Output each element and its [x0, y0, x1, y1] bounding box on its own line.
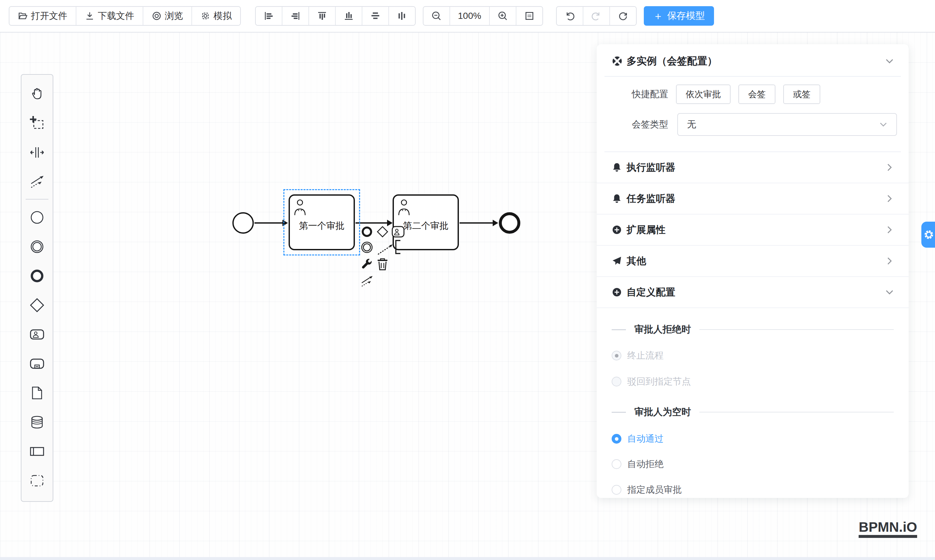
settings-tab[interactable] [921, 222, 935, 248]
align-bottom-button[interactable] [336, 7, 362, 25]
space-tool[interactable] [22, 138, 52, 167]
align-top-button[interactable] [309, 7, 336, 25]
intermediate-event-tool[interactable] [22, 232, 52, 261]
start-event-shape[interactable] [232, 212, 254, 234]
group-tool[interactable] [22, 466, 52, 495]
chevron-right-icon [885, 226, 894, 234]
section-task-listener[interactable]: 任务监听器 [597, 183, 909, 214]
connect-button[interactable] [360, 274, 374, 288]
context-pad [360, 225, 409, 294]
folder-open-icon [18, 11, 28, 21]
change-type-button[interactable] [360, 257, 374, 271]
panel-header[interactable]: 多实例（会签配置） [597, 52, 909, 70]
zoom-level: 100% [450, 7, 490, 25]
gateway-icon [29, 297, 45, 313]
align-center-vertical-button[interactable] [389, 7, 415, 25]
multi-instance-icon [612, 55, 623, 67]
eye-icon [152, 11, 161, 21]
section-custom-config[interactable]: 自定义配置 [597, 277, 909, 308]
append-gateway-button[interactable] [376, 225, 389, 238]
hand-tool-icon [29, 86, 45, 102]
align-center-vertical-icon [397, 11, 407, 21]
hand-tool[interactable] [22, 79, 52, 109]
chevron-down-icon[interactable] [885, 57, 894, 65]
section-extended-properties[interactable]: 扩展属性 [597, 214, 909, 246]
radio-icon [612, 351, 621, 360]
countersign-button[interactable]: 会签 [738, 85, 775, 104]
lasso-tool-icon [29, 115, 45, 131]
data-object-tool[interactable] [22, 378, 52, 408]
preview-button[interactable]: 浏览 [143, 7, 192, 25]
simulate-button[interactable]: 模拟 [192, 7, 240, 25]
download-file-label: 下载文件 [98, 10, 134, 22]
zoom-in-button[interactable] [490, 7, 517, 25]
download-file-button[interactable]: 下载文件 [76, 7, 143, 25]
text-annotation-icon [376, 239, 407, 256]
save-model-button[interactable]: ＋ 保存模型 [644, 6, 714, 26]
plus-circle-icon [612, 287, 622, 297]
sign-type-value: 无 [687, 118, 696, 131]
align-left-button[interactable] [256, 7, 282, 25]
subprocess-tool[interactable] [22, 349, 52, 378]
sequence-flow-1[interactable] [254, 222, 282, 224]
radio-icon [612, 485, 621, 495]
end-event-tool[interactable] [22, 261, 52, 291]
append-text-annotation-button[interactable] [376, 239, 407, 256]
plus-circle-icon [612, 225, 622, 235]
append-intermediate-event-button[interactable] [360, 240, 374, 254]
bpmn-io-logo[interactable]: BPMN.iO [859, 520, 917, 538]
align-left-icon [264, 11, 274, 21]
chevron-right-icon [885, 257, 894, 265]
align-button-group [255, 6, 416, 26]
open-file-button[interactable]: 打开文件 [9, 7, 76, 25]
undo-icon [564, 11, 575, 21]
sequence-flow-3-arrowhead [493, 220, 498, 226]
trash-icon [377, 258, 388, 271]
sign-type-label: 会签类型 [610, 118, 668, 131]
sequential-approval-button[interactable]: 依次审批 [676, 85, 730, 104]
participant-tool[interactable] [22, 437, 52, 466]
radio-terminate-process[interactable]: 终止流程 [597, 348, 909, 363]
radio-auto-pass[interactable]: 自动通过 [597, 432, 909, 446]
redo-icon [591, 11, 601, 21]
chevron-down-icon [885, 288, 894, 296]
start-event-tool[interactable] [22, 203, 52, 232]
radio-auto-reject[interactable]: 自动拒绝 [597, 457, 909, 471]
sign-type-select[interactable]: 无 [677, 113, 897, 136]
section-execution-listener[interactable]: 执行监听器 [597, 152, 909, 183]
data-store-icon [29, 414, 45, 430]
divider [700, 412, 894, 412]
zoom-out-button[interactable] [423, 7, 450, 25]
undo-button[interactable] [557, 7, 583, 25]
file-button-group: 打开文件 下载文件 浏览 模拟 [9, 6, 241, 26]
divider [604, 76, 901, 77]
user-task-tool[interactable] [22, 320, 52, 349]
append-user-task-button[interactable] [391, 225, 405, 238]
delete-button[interactable] [376, 257, 389, 271]
redo-button[interactable] [583, 7, 610, 25]
lasso-tool[interactable] [22, 109, 52, 138]
align-center-horizontal-button[interactable] [362, 7, 389, 25]
append-end-event-button[interactable] [360, 225, 374, 238]
radio-return-to-node[interactable]: 驳回到指定节点 [597, 374, 909, 389]
download-icon [85, 11, 95, 21]
selection-outline [283, 189, 360, 255]
sequence-flow-2[interactable] [355, 222, 388, 224]
start-event-icon [29, 210, 45, 225]
refresh-button[interactable] [610, 7, 636, 25]
chevron-right-icon [885, 194, 894, 203]
fit-viewport-button[interactable] [517, 7, 543, 25]
end-event-shape[interactable] [499, 212, 520, 234]
data-store-tool[interactable] [22, 408, 52, 437]
radio-assign-member[interactable]: 指定成员审批 [597, 483, 909, 497]
section-other[interactable]: 其他 [597, 246, 909, 277]
user-icon [397, 198, 411, 216]
align-right-button[interactable] [282, 7, 309, 25]
bell-icon [612, 193, 622, 204]
sequence-flow-3[interactable] [460, 222, 493, 224]
or-sign-button[interactable]: 或签 [783, 85, 820, 104]
gateway-tool[interactable] [22, 291, 52, 320]
connect-tool[interactable] [22, 167, 52, 196]
radio-icon [612, 377, 621, 386]
radio-icon [612, 459, 621, 469]
